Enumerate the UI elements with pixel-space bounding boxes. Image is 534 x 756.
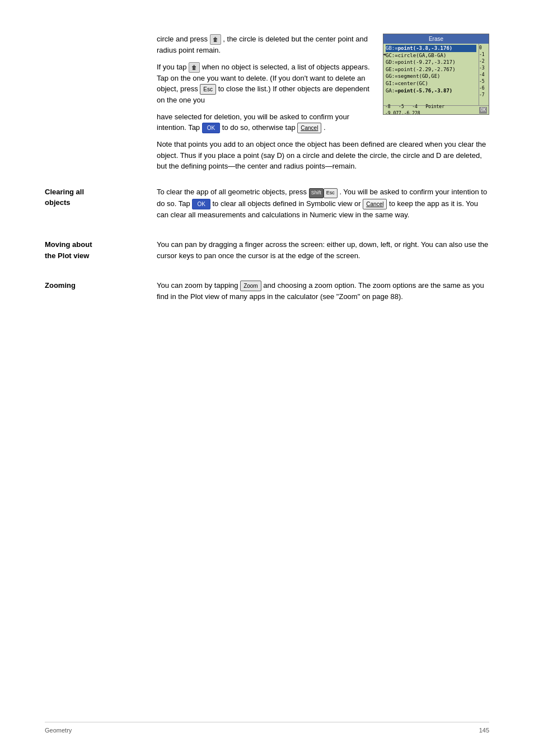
calc-row: GE:=point(-2.29,-2.767) — [386, 66, 476, 73]
intro-block: Erase GB:=point(-3.8,-3.176) GC:=circle(… — [157, 34, 489, 178]
esc-key: Esc — [200, 84, 216, 95]
calc-row-text: GC:=circle(GA,GB-GA) — [386, 52, 476, 59]
calc-row: GI:=center(GC) — [386, 80, 476, 87]
section-body-zooming: You can zoom by tapping Zoom and choosin… — [157, 280, 489, 308]
calc-row-text: GG:=segment(GD,GE) — [386, 73, 476, 80]
calc-row: GA:=point(-5.76,-3.87) — [386, 87, 476, 95]
calc-row: GB:=point(-3.8,-3.176) — [386, 45, 476, 52]
calc-row-text: GD:=point(-9.27,-3.217) — [386, 59, 476, 66]
zooming-para: You can zoom by tapping Zoom and choosin… — [157, 280, 489, 302]
section-label-zooming: Zooming — [45, 280, 157, 291]
section-moving: Moving about the Plot view You can pan b… — [157, 239, 489, 267]
calc-row: GG:=segment(GD,GE) — [386, 73, 476, 80]
section-body-clearing: To clear the app of all geometric object… — [157, 186, 489, 226]
section-label-moving: Moving about the Plot view — [45, 239, 157, 261]
cancel-key-clearing: Cancel — [363, 199, 387, 209]
calc-row: GC:=circle(GA,GB-GA) — [386, 52, 476, 59]
pointer-coords: -8 -5 -4 Pointer -9.077,-6.228 — [385, 104, 479, 115]
clearing-para: To clear the app of all geometric object… — [157, 186, 489, 220]
page-container: Erase GB:=point(-3.8,-3.176) GC:=circle(… — [0, 0, 534, 756]
zoom-key: Zoom — [240, 281, 261, 291]
erase-icon-btn: 🗑 — [210, 34, 221, 45]
calc-row-text: GI:=center(GC) — [386, 80, 476, 87]
calc-bottom-bar: -8 -5 -4 Pointer -9.077,-6.228 OK — [383, 105, 489, 114]
section-body-moving: You can pan by dragging a finger across … — [157, 239, 489, 267]
section-zooming: Zooming You can zoom by tapping Zoom and… — [157, 280, 489, 308]
calc-row: GD:=point(-9.27,-3.217) — [386, 59, 476, 66]
section-label-clearing: Clearing all objects — [45, 186, 157, 208]
ok-btn-calc[interactable]: OK — [479, 107, 487, 114]
page-footer: Geometry 145 — [45, 722, 489, 734]
calc-row-text: GB:=point(-3.8,-3.176) — [386, 45, 476, 52]
y-axis: 0 -1 -2 -3 -4 -5 -6 -7 — [479, 44, 489, 106]
cancel-key-inline: Cancel — [297, 123, 321, 133]
shift-esc-key: ShiftEsc — [309, 186, 338, 198]
intro-para4: Note that points you add to an object on… — [157, 139, 489, 172]
calc-rows: GB:=point(-3.8,-3.176) GC:=circle(GA,GB-… — [383, 44, 479, 106]
left-arrow-indicator: ◄ — [383, 50, 386, 58]
ok-key-inline: OK — [202, 123, 220, 133]
content-area: Erase GB:=point(-3.8,-3.176) GC:=circle(… — [157, 34, 489, 308]
footer-left: Geometry — [45, 727, 72, 734]
erase-icon-btn2: 🗑 — [189, 62, 200, 73]
calc-row-text: GA:=point(-5.76,-3.87) — [386, 87, 476, 95]
ok-key-clearing: OK — [192, 199, 210, 209]
calc-screen: Erase GB:=point(-3.8,-3.176) GC:=circle(… — [383, 34, 489, 115]
calc-row-text: GE:=point(-2.29,-2.767) — [386, 66, 476, 73]
footer-right: 145 — [479, 727, 489, 734]
calc-title-bar: Erase — [383, 34, 489, 44]
section-clearing: Clearing all objects To clear the app of… — [157, 186, 489, 226]
moving-para: You can pan by dragging a finger across … — [157, 239, 489, 261]
